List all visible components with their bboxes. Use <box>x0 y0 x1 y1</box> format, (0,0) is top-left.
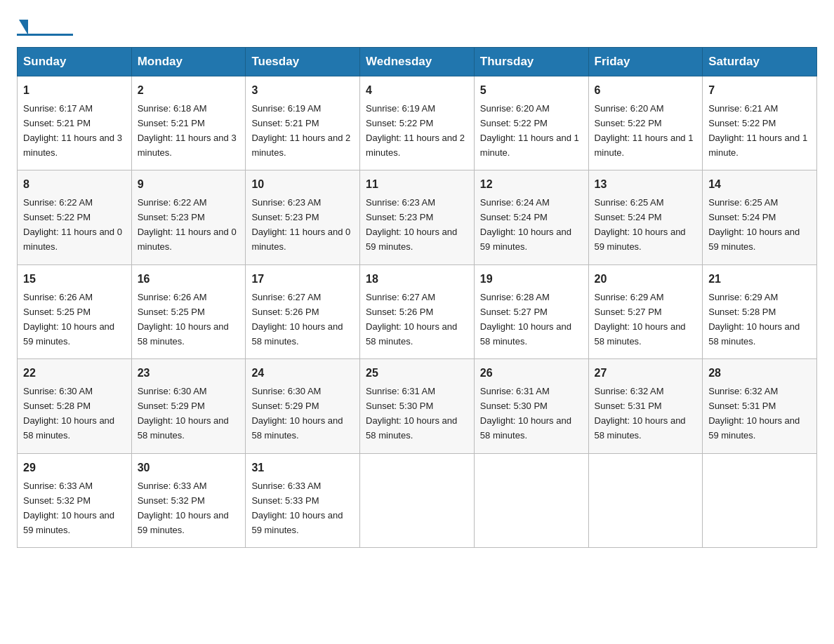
day-info: Sunrise: 6:27 AMSunset: 5:26 PMDaylight:… <box>366 292 457 347</box>
calendar-week-row: 8Sunrise: 6:22 AMSunset: 5:22 PMDaylight… <box>18 170 817 264</box>
calendar-cell: 19Sunrise: 6:28 AMSunset: 5:27 PMDayligh… <box>474 264 588 358</box>
day-number: 11 <box>366 176 468 194</box>
day-info: Sunrise: 6:23 AMSunset: 5:23 PMDaylight:… <box>366 197 457 252</box>
calendar-cell: 10Sunrise: 6:23 AMSunset: 5:23 PMDayligh… <box>246 170 360 264</box>
day-number: 2 <box>138 82 240 100</box>
day-number: 31 <box>251 459 354 477</box>
day-number: 15 <box>23 271 126 288</box>
calendar-cell: 27Sunrise: 6:32 AMSunset: 5:31 PMDayligh… <box>588 359 703 453</box>
calendar-week-row: 15Sunrise: 6:26 AMSunset: 5:25 PMDayligh… <box>18 264 817 358</box>
day-number: 10 <box>251 176 354 194</box>
day-number: 29 <box>23 459 126 477</box>
day-info: Sunrise: 6:22 AMSunset: 5:23 PMDaylight:… <box>138 197 237 252</box>
day-number: 22 <box>23 365 126 382</box>
calendar-cell: 11Sunrise: 6:23 AMSunset: 5:23 PMDayligh… <box>360 170 475 264</box>
day-number: 18 <box>366 271 468 288</box>
calendar-cell: 16Sunrise: 6:26 AMSunset: 5:25 PMDayligh… <box>131 264 246 358</box>
day-info: Sunrise: 6:30 AMSunset: 5:29 PMDaylight:… <box>251 386 343 441</box>
day-number: 3 <box>251 82 354 100</box>
calendar-cell: 21Sunrise: 6:29 AMSunset: 5:28 PMDayligh… <box>703 264 817 358</box>
day-info: Sunrise: 6:28 AMSunset: 5:27 PMDaylight:… <box>480 292 571 347</box>
day-number: 5 <box>480 82 583 100</box>
page-header <box>17 17 817 36</box>
day-info: Sunrise: 6:23 AMSunset: 5:23 PMDaylight:… <box>251 197 350 252</box>
calendar-cell: 24Sunrise: 6:30 AMSunset: 5:29 PMDayligh… <box>246 359 360 453</box>
day-info: Sunrise: 6:22 AMSunset: 5:22 PMDaylight:… <box>23 197 122 252</box>
day-info: Sunrise: 6:20 AMSunset: 5:22 PMDaylight:… <box>480 103 579 158</box>
weekday-header-saturday: Saturday <box>703 48 817 76</box>
calendar-cell: 17Sunrise: 6:27 AMSunset: 5:26 PMDayligh… <box>246 264 360 358</box>
calendar-cell: 15Sunrise: 6:26 AMSunset: 5:25 PMDayligh… <box>18 264 132 358</box>
weekday-header-monday: Monday <box>131 48 246 76</box>
calendar-cell: 9Sunrise: 6:22 AMSunset: 5:23 PMDaylight… <box>131 170 246 264</box>
weekday-header-thursday: Thursday <box>474 48 588 76</box>
calendar-cell: 22Sunrise: 6:30 AMSunset: 5:28 PMDayligh… <box>18 359 132 453</box>
day-info: Sunrise: 6:21 AMSunset: 5:22 PMDaylight:… <box>708 103 807 158</box>
day-info: Sunrise: 6:19 AMSunset: 5:21 PMDaylight:… <box>251 103 350 158</box>
calendar-cell <box>474 453 588 547</box>
calendar-cell: 31Sunrise: 6:33 AMSunset: 5:33 PMDayligh… <box>246 453 360 547</box>
calendar-cell: 6Sunrise: 6:20 AMSunset: 5:22 PMDaylight… <box>588 76 703 170</box>
day-info: Sunrise: 6:33 AMSunset: 5:33 PMDaylight:… <box>251 481 343 535</box>
day-number: 24 <box>251 365 354 382</box>
day-number: 6 <box>595 82 697 100</box>
calendar-cell: 23Sunrise: 6:30 AMSunset: 5:29 PMDayligh… <box>131 359 246 453</box>
day-info: Sunrise: 6:29 AMSunset: 5:27 PMDaylight:… <box>595 292 686 347</box>
day-info: Sunrise: 6:24 AMSunset: 5:24 PMDaylight:… <box>480 197 571 252</box>
calendar-cell: 26Sunrise: 6:31 AMSunset: 5:30 PMDayligh… <box>474 359 588 453</box>
weekday-header-tuesday: Tuesday <box>246 48 360 76</box>
weekday-header-wednesday: Wednesday <box>360 48 475 76</box>
day-number: 12 <box>480 176 583 194</box>
day-number: 26 <box>480 365 583 382</box>
calendar-cell: 1Sunrise: 6:17 AMSunset: 5:21 PMDaylight… <box>18 76 132 170</box>
day-number: 19 <box>480 271 583 288</box>
logo-arrow-icon <box>19 20 28 35</box>
calendar-cell <box>588 453 703 547</box>
day-number: 21 <box>708 271 811 288</box>
day-info: Sunrise: 6:27 AMSunset: 5:26 PMDaylight:… <box>251 292 343 347</box>
day-info: Sunrise: 6:32 AMSunset: 5:31 PMDaylight:… <box>595 386 686 441</box>
calendar-cell: 20Sunrise: 6:29 AMSunset: 5:27 PMDayligh… <box>588 264 703 358</box>
day-info: Sunrise: 6:31 AMSunset: 5:30 PMDaylight:… <box>480 386 571 441</box>
calendar-cell: 7Sunrise: 6:21 AMSunset: 5:22 PMDaylight… <box>703 76 817 170</box>
day-info: Sunrise: 6:33 AMSunset: 5:32 PMDaylight:… <box>138 481 229 535</box>
calendar-cell: 2Sunrise: 6:18 AMSunset: 5:21 PMDaylight… <box>131 76 246 170</box>
day-info: Sunrise: 6:17 AMSunset: 5:21 PMDaylight:… <box>23 103 122 158</box>
calendar-cell: 8Sunrise: 6:22 AMSunset: 5:22 PMDaylight… <box>18 170 132 264</box>
calendar-cell: 25Sunrise: 6:31 AMSunset: 5:30 PMDayligh… <box>360 359 475 453</box>
day-info: Sunrise: 6:26 AMSunset: 5:25 PMDaylight:… <box>138 292 229 347</box>
day-number: 7 <box>708 82 811 100</box>
day-info: Sunrise: 6:30 AMSunset: 5:28 PMDaylight:… <box>23 386 114 441</box>
day-info: Sunrise: 6:33 AMSunset: 5:32 PMDaylight:… <box>23 481 114 535</box>
day-info: Sunrise: 6:25 AMSunset: 5:24 PMDaylight:… <box>595 197 686 252</box>
day-number: 13 <box>595 176 697 194</box>
weekday-header-friday: Friday <box>588 48 703 76</box>
day-number: 1 <box>23 82 126 100</box>
weekday-header-row: SundayMondayTuesdayWednesdayThursdayFrid… <box>18 48 817 76</box>
day-number: 17 <box>251 271 354 288</box>
day-number: 28 <box>708 365 811 382</box>
day-info: Sunrise: 6:30 AMSunset: 5:29 PMDaylight:… <box>138 386 229 441</box>
calendar-cell: 18Sunrise: 6:27 AMSunset: 5:26 PMDayligh… <box>360 264 475 358</box>
calendar-cell: 4Sunrise: 6:19 AMSunset: 5:22 PMDaylight… <box>360 76 475 170</box>
calendar-cell: 30Sunrise: 6:33 AMSunset: 5:32 PMDayligh… <box>131 453 246 547</box>
calendar-cell: 14Sunrise: 6:25 AMSunset: 5:24 PMDayligh… <box>703 170 817 264</box>
calendar-week-row: 1Sunrise: 6:17 AMSunset: 5:21 PMDaylight… <box>18 76 817 170</box>
day-info: Sunrise: 6:26 AMSunset: 5:25 PMDaylight:… <box>23 292 114 347</box>
weekday-header-sunday: Sunday <box>18 48 132 76</box>
day-info: Sunrise: 6:32 AMSunset: 5:31 PMDaylight:… <box>708 386 800 441</box>
day-number: 9 <box>138 176 240 194</box>
calendar-cell <box>360 453 475 547</box>
day-info: Sunrise: 6:18 AMSunset: 5:21 PMDaylight:… <box>138 103 237 158</box>
day-info: Sunrise: 6:29 AMSunset: 5:28 PMDaylight:… <box>708 292 800 347</box>
calendar-cell: 28Sunrise: 6:32 AMSunset: 5:31 PMDayligh… <box>703 359 817 453</box>
day-number: 8 <box>23 176 126 194</box>
calendar-week-row: 22Sunrise: 6:30 AMSunset: 5:28 PMDayligh… <box>18 359 817 453</box>
day-number: 23 <box>138 365 240 382</box>
day-number: 4 <box>366 82 468 100</box>
calendar-week-row: 29Sunrise: 6:33 AMSunset: 5:32 PMDayligh… <box>18 453 817 547</box>
day-number: 14 <box>708 176 811 194</box>
calendar-cell: 5Sunrise: 6:20 AMSunset: 5:22 PMDaylight… <box>474 76 588 170</box>
day-number: 25 <box>366 365 468 382</box>
calendar-cell <box>703 453 817 547</box>
